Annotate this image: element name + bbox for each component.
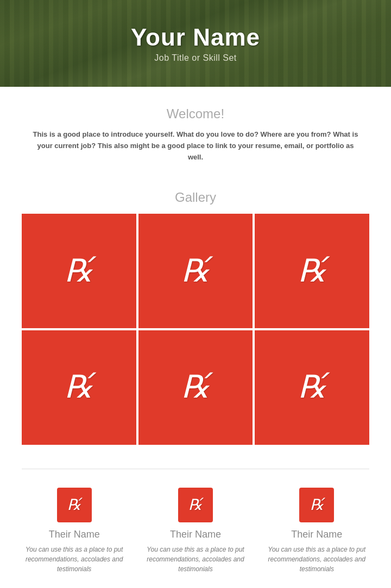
testimonial-text-1: You can use this as a place to put recom… <box>22 545 127 574</box>
testimonial-item-2: ℞́ Their Name You can use this as a plac… <box>137 488 253 574</box>
re-logo-icon: ℞́ <box>298 255 326 287</box>
testimonial-name-1: Their Name <box>49 529 100 540</box>
welcome-body: This is a good place to introduce yourse… <box>33 129 358 163</box>
re-logo-icon: ℞́ <box>181 255 210 287</box>
testimonial-avatar-2: ℞́ <box>178 488 213 522</box>
re-logo-icon: ℞́ <box>298 372 326 403</box>
section-divider <box>22 469 369 469</box>
gallery-section: Gallery ℞́ ℞́ ℞́ ℞́ ℞́ ℞́ <box>0 174 391 455</box>
re-logo-icon: ℞́ <box>65 372 93 403</box>
testimonial-item-3: ℞́ Their Name You can use this as a plac… <box>259 488 375 574</box>
re-logo-icon: ℞́ <box>188 497 202 513</box>
welcome-title: Welcome! <box>33 106 358 122</box>
hero-name: Your Name <box>131 24 260 51</box>
testimonial-item-1: ℞́ Their Name You can use this as a plac… <box>16 488 132 574</box>
gallery-item-2[interactable]: ℞́ <box>138 214 253 328</box>
testimonials-section: ℞́ Their Name You can use this as a plac… <box>0 482 391 588</box>
welcome-section: Welcome! This is a good place to introdu… <box>0 87 391 174</box>
gallery-item-4[interactable]: ℞́ <box>22 330 136 445</box>
testimonial-avatar-1: ℞́ <box>57 488 92 522</box>
re-logo-icon: ℞́ <box>65 255 93 287</box>
testimonial-text-3: You can use this as a place to put recom… <box>264 545 369 574</box>
re-logo-icon: ℞́ <box>181 372 210 403</box>
gallery-item-3[interactable]: ℞́ <box>255 214 369 328</box>
gallery-item-6[interactable]: ℞́ <box>255 330 369 445</box>
re-logo-icon: ℞́ <box>67 497 81 513</box>
testimonial-text-2: You can use this as a place to put recom… <box>143 545 248 574</box>
hero-section: Your Name Job Title or Skill Set <box>0 0 391 87</box>
testimonial-name-3: Their Name <box>291 529 342 540</box>
gallery-title: Gallery <box>22 190 369 205</box>
gallery-grid: ℞́ ℞́ ℞́ ℞́ ℞́ ℞́ <box>22 214 369 444</box>
gallery-item-1[interactable]: ℞́ <box>22 214 136 328</box>
hero-subtitle: Job Title or Skill Set <box>154 53 237 63</box>
testimonial-name-2: Their Name <box>170 529 221 540</box>
re-logo-icon: ℞́ <box>310 497 324 513</box>
gallery-item-5[interactable]: ℞́ <box>138 330 253 445</box>
testimonial-avatar-3: ℞́ <box>299 488 334 522</box>
